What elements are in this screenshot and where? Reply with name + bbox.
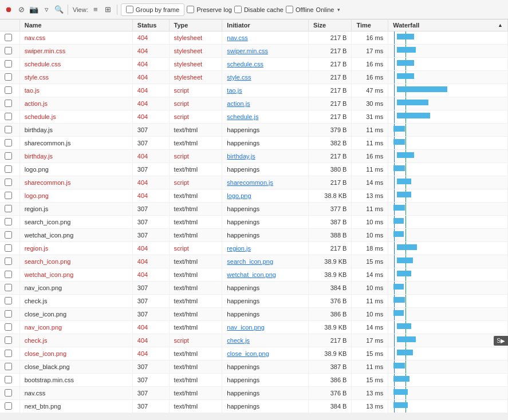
disable-cache-checkbox[interactable] xyxy=(234,6,242,13)
th-checkbox[interactable] xyxy=(0,19,19,31)
row-checkbox[interactable] xyxy=(5,284,12,291)
th-initiator[interactable]: Initiator xyxy=(222,19,309,31)
table-row[interactable]: birthday.js404scriptbirthday.js217 B16 m… xyxy=(0,150,508,163)
table-row[interactable]: nav_icon.png307text/htmlhappenings384 B1… xyxy=(0,282,508,295)
row-checkbox[interactable] xyxy=(5,165,12,173)
row-checkbox[interactable] xyxy=(5,192,12,199)
initiator-link[interactable]: region.js xyxy=(227,245,251,252)
table-row[interactable]: tao.js404scripttao.js217 B47 ms xyxy=(0,84,508,97)
row-initiator[interactable]: nav.css xyxy=(222,31,309,45)
group-by-frame-button[interactable]: Group by frame xyxy=(121,3,184,16)
initiator-link[interactable]: swiper.min.css xyxy=(227,47,268,54)
row-checkbox[interactable] xyxy=(5,205,12,212)
initiator-link[interactable]: nav_icon.png xyxy=(227,324,264,331)
initiator-link[interactable]: close_icon.png xyxy=(227,350,269,357)
row-initiator[interactable]: sharecommon.js xyxy=(222,176,309,189)
row-checkbox[interactable] xyxy=(5,218,12,225)
row-checkbox[interactable] xyxy=(5,402,12,410)
row-initiator[interactable]: check.js xyxy=(222,334,309,347)
table-row[interactable]: check.js307text/htmlhappenings376 B11 ms xyxy=(0,295,508,308)
search-icon[interactable]: 🔍 xyxy=(54,5,64,15)
preserve-log-checkbox[interactable] xyxy=(187,6,194,13)
table-row[interactable]: region.js307text/htmlhappenings377 B11 m… xyxy=(0,203,508,216)
table-row[interactable]: logo.png404text/htmllogo.png38.8 KB13 ms xyxy=(0,189,508,203)
row-checkbox[interactable] xyxy=(5,113,12,120)
initiator-link[interactable]: tao.js xyxy=(227,87,242,94)
row-checkbox[interactable] xyxy=(5,100,12,107)
row-checkbox[interactable] xyxy=(5,336,12,344)
row-checkbox[interactable] xyxy=(5,363,12,370)
row-initiator[interactable]: region.js xyxy=(222,242,309,255)
table-row[interactable]: wetchat_icon.png404text/htmlwetchat_icon… xyxy=(0,268,508,282)
initiator-link[interactable]: sharecommon.js xyxy=(227,179,273,186)
row-initiator[interactable]: tao.js xyxy=(222,84,309,97)
filter-icon[interactable]: ▿ xyxy=(41,5,52,15)
table-row[interactable]: bootstrap.min.css307text/htmlhappenings3… xyxy=(0,374,508,387)
table-row[interactable]: sharecommon.js307text/htmlhappenings382 … xyxy=(0,137,508,150)
row-initiator[interactable]: wetchat_icon.png xyxy=(222,268,309,282)
table-row[interactable]: swiper.min.css404stylesheetswiper.min.cs… xyxy=(0,45,508,58)
table-row[interactable]: logo.png307text/htmlhappenings380 B11 ms xyxy=(0,163,508,176)
camera-icon[interactable]: 📷 xyxy=(29,5,39,15)
table-row[interactable]: action.js404scriptaction.js217 B30 ms xyxy=(0,97,508,110)
table-row[interactable]: check.js404scriptcheck.js217 B17 ms xyxy=(0,334,508,347)
table-row[interactable]: close_black.png307text/htmlhappenings387… xyxy=(0,360,508,374)
row-initiator[interactable]: close_icon.png xyxy=(222,347,309,360)
clear-icon[interactable]: ⊘ xyxy=(16,5,26,15)
initiator-link[interactable]: style.css xyxy=(227,74,251,81)
row-checkbox[interactable] xyxy=(5,139,12,146)
row-checkbox[interactable] xyxy=(5,231,12,239)
view-grid-icon[interactable]: ⊞ xyxy=(103,5,113,15)
table-row[interactable]: schedule.js404scriptschedule.js217 B31 m… xyxy=(0,110,508,124)
th-status[interactable]: Status xyxy=(132,19,169,31)
row-checkbox[interactable] xyxy=(5,47,12,54)
row-checkbox[interactable] xyxy=(5,244,12,252)
table-row[interactable]: sharecommon.js404scriptsharecommon.js217… xyxy=(0,176,508,189)
th-name[interactable]: Name xyxy=(19,19,132,31)
initiator-link[interactable]: birthday.js xyxy=(227,153,255,160)
group-by-frame-checkbox[interactable] xyxy=(126,6,133,13)
record-icon[interactable]: ⏺ xyxy=(3,5,14,15)
row-checkbox[interactable] xyxy=(5,297,12,304)
th-type[interactable]: Type xyxy=(169,19,222,31)
row-checkbox[interactable] xyxy=(5,350,12,357)
table-row[interactable]: birthday.js307text/htmlhappenings379 B11… xyxy=(0,124,508,137)
table-row[interactable]: nav_icon.png404text/htmlnav_icon.png38.9… xyxy=(0,321,508,334)
row-checkbox[interactable] xyxy=(5,86,12,94)
table-row[interactable]: region.js404scriptregion.js217 B18 ms xyxy=(0,242,508,255)
row-initiator[interactable]: action.js xyxy=(222,97,309,110)
row-checkbox[interactable] xyxy=(5,389,12,397)
view-list-icon[interactable]: ≡ xyxy=(90,5,101,15)
row-checkbox[interactable] xyxy=(5,126,12,133)
throttle-dropdown-arrow[interactable]: ▾ xyxy=(337,7,340,13)
table-row[interactable]: search_icon.png404text/htmlsearch_icon.p… xyxy=(0,255,508,268)
table-row[interactable]: wetchat_icon.png307text/htmlhappenings38… xyxy=(0,229,508,242)
row-checkbox[interactable] xyxy=(5,376,12,383)
row-checkbox[interactable] xyxy=(5,152,12,160)
row-initiator[interactable]: nav_icon.png xyxy=(222,321,309,334)
row-initiator[interactable]: swiper.min.css xyxy=(222,45,309,58)
table-row[interactable]: close_icon.png404text/htmlclose_icon.png… xyxy=(0,347,508,360)
initiator-link[interactable]: nav.css xyxy=(227,34,247,41)
row-initiator[interactable]: schedule.css xyxy=(222,58,309,71)
table-row[interactable]: next_btn.png307text/htmlhappenings384 B1… xyxy=(0,400,508,413)
initiator-link[interactable]: schedule.js xyxy=(227,113,258,120)
table-row[interactable]: nav.css307text/htmlhappenings376 B13 ms xyxy=(0,387,508,400)
row-checkbox[interactable] xyxy=(5,257,12,265)
disable-cache-checkbox-label[interactable]: Disable cache xyxy=(234,6,283,13)
row-initiator[interactable]: birthday.js xyxy=(222,150,309,163)
row-checkbox[interactable] xyxy=(5,73,12,81)
th-size[interactable]: Size xyxy=(309,19,352,31)
initiator-link[interactable]: wetchat_icon.png xyxy=(227,271,276,278)
initiator-link[interactable]: action.js xyxy=(227,100,250,107)
table-row[interactable]: schedule.css404stylesheetschedule.css217… xyxy=(0,58,508,71)
table-row[interactable]: close_icon.png307text/htmlhappenings386 … xyxy=(0,308,508,321)
row-checkbox[interactable] xyxy=(5,34,12,41)
network-table-wrapper[interactable]: Name Status Type Initiator Size Time Wat… xyxy=(0,19,508,420)
table-row[interactable]: style.css404stylesheetstyle.css217 B16 m… xyxy=(0,71,508,84)
row-initiator[interactable]: logo.png xyxy=(222,189,309,203)
table-row[interactable]: search_icon.png307text/htmlhappenings387… xyxy=(0,216,508,229)
initiator-link[interactable]: check.js xyxy=(227,337,250,344)
offline-checkbox[interactable] xyxy=(286,6,293,13)
initiator-link[interactable]: search_icon.png xyxy=(227,258,273,265)
